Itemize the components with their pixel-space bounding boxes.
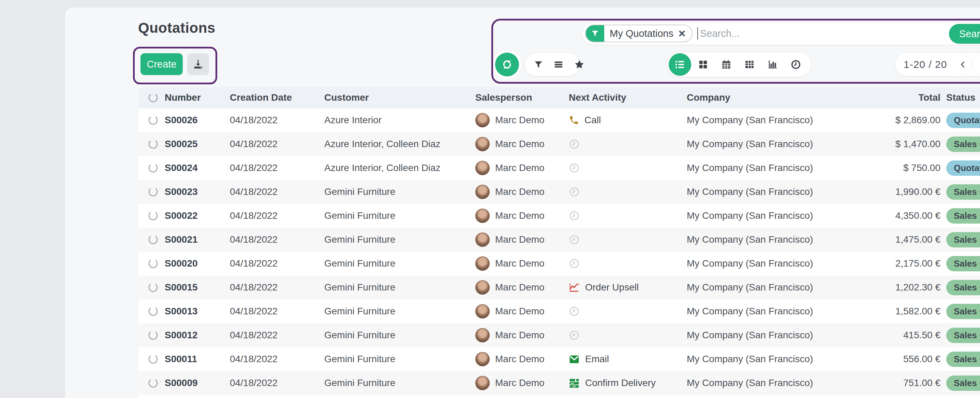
salesperson-avatar — [475, 328, 490, 342]
table-row[interactable]: S00012 04/18/2022 Gemini Furniture Marc … — [138, 323, 980, 347]
table-row[interactable]: S00009 04/18/2022 Gemini Furniture Marc … — [138, 371, 980, 395]
no-activity-clock-icon — [569, 330, 580, 340]
remove-facet-icon[interactable] — [678, 30, 692, 37]
row-next-activity[interactable] — [569, 299, 681, 323]
row-customer: Azure Interior — [324, 108, 471, 132]
status-badge: Quotation — [946, 113, 980, 128]
column-header-number[interactable]: Number — [165, 87, 226, 108]
table-row[interactable]: S00022 04/18/2022 Gemini Furniture Marc … — [138, 204, 980, 228]
status-badge: Sales Order — [946, 280, 980, 295]
table-row[interactable]: S00011 04/18/2022 Gemini Furniture Marc … — [138, 347, 980, 371]
row-checkbox[interactable] — [148, 275, 159, 299]
status-badge: Sales Order — [946, 136, 980, 152]
table-row[interactable]: S00008 04/18/2022 Gemini Furniture Marc … — [138, 395, 980, 398]
table-row[interactable]: S00021 04/18/2022 Gemini Furniture Marc … — [138, 228, 980, 252]
table-row[interactable]: S00025 04/18/2022 Azure Interior, Collee… — [138, 132, 980, 156]
no-activity-clock-icon — [569, 306, 580, 317]
salesperson-avatar — [475, 304, 490, 318]
phone-call-icon — [569, 115, 579, 125]
view-calendar-button[interactable] — [715, 53, 738, 76]
column-header-salesperson[interactable]: Salesperson — [475, 87, 564, 108]
table-row[interactable]: S00024 04/18/2022 Azure Interior, Collee… — [138, 156, 980, 180]
row-checkbox[interactable] — [148, 252, 159, 275]
search-bar[interactable]: My Quotations Search — [582, 22, 980, 45]
view-pivot-button[interactable] — [738, 53, 761, 76]
row-checkbox[interactable] — [148, 395, 159, 398]
salesperson-name: Marc Demo — [495, 234, 544, 245]
row-total: 430.00 € — [834, 395, 940, 398]
view-kanban-button[interactable] — [692, 53, 714, 76]
row-status: Sales Order — [946, 252, 980, 275]
row-next-activity[interactable] — [569, 228, 681, 252]
column-header-status[interactable]: Status — [946, 87, 980, 108]
row-total: 1,990.00 € — [834, 180, 940, 204]
favorites-star-icon[interactable] — [574, 59, 585, 70]
row-next-activity[interactable] — [569, 204, 681, 228]
salesperson-avatar — [475, 161, 490, 175]
salesperson-name: Marc Demo — [495, 186, 544, 197]
column-header-next-activity[interactable]: Next Activity — [569, 87, 681, 108]
row-next-activity[interactable]: Call — [569, 108, 681, 132]
table-header-row: Number Creation Date Customer Salesperso… — [138, 87, 980, 108]
refresh-button[interactable] — [495, 53, 519, 77]
row-next-activity[interactable]: Email — [569, 347, 681, 371]
search-button[interactable]: Search — [949, 24, 980, 44]
no-activity-clock-icon — [569, 210, 580, 221]
row-salesperson: Marc Demo — [475, 371, 564, 395]
row-next-activity[interactable] — [569, 132, 681, 156]
row-checkbox[interactable] — [148, 371, 159, 395]
row-customer: Gemini Furniture — [324, 347, 471, 371]
row-next-activity[interactable] — [569, 323, 681, 347]
column-header-company[interactable]: Company — [687, 87, 830, 108]
table-row[interactable]: S00013 04/18/2022 Gemini Furniture Marc … — [138, 299, 980, 323]
filters-icon[interactable] — [534, 60, 543, 69]
pager-next-button[interactable] — [973, 54, 980, 74]
search-facet-my-quotations[interactable]: My Quotations — [585, 25, 692, 42]
select-all-checkbox[interactable] — [148, 87, 159, 108]
salesperson-name: Marc Demo — [495, 353, 544, 364]
search-input[interactable] — [700, 28, 980, 39]
row-creation-date: 04/18/2022 — [230, 204, 312, 228]
column-header-customer[interactable]: Customer — [324, 87, 471, 108]
row-next-activity[interactable] — [569, 395, 681, 398]
status-badge: Sales Order — [946, 208, 980, 224]
row-checkbox[interactable] — [148, 347, 159, 371]
row-checkbox[interactable] — [148, 156, 159, 180]
view-activity-button[interactable] — [784, 53, 807, 76]
row-next-activity[interactable] — [569, 180, 681, 204]
table-row[interactable]: S00015 04/18/2022 Gemini Furniture Marc … — [138, 275, 980, 299]
group-by-icon[interactable] — [554, 59, 564, 70]
row-company: My Company (San Francisco) — [687, 275, 830, 299]
row-creation-date: 04/18/2022 — [230, 108, 312, 132]
row-salesperson: Marc Demo — [475, 323, 564, 347]
create-button[interactable]: Create — [140, 53, 183, 75]
row-checkbox[interactable] — [148, 108, 159, 132]
pager-previous-button[interactable] — [953, 54, 973, 74]
row-next-activity[interactable] — [569, 156, 681, 180]
row-checkbox[interactable] — [148, 323, 159, 347]
row-total: 1,202.30 € — [834, 275, 940, 299]
table-body: S00026 04/18/2022 Azure Interior Marc De… — [138, 108, 980, 398]
row-checkbox[interactable] — [148, 132, 159, 156]
table-row[interactable]: S00026 04/18/2022 Azure Interior Marc De… — [138, 108, 980, 132]
view-list-button[interactable] — [669, 53, 691, 76]
row-checkbox[interactable] — [148, 204, 159, 228]
view-graph-button[interactable] — [761, 53, 784, 76]
row-next-activity[interactable] — [569, 252, 681, 275]
column-header-total[interactable]: Total — [834, 87, 940, 108]
table-row[interactable]: S00020 04/18/2022 Gemini Furniture Marc … — [138, 252, 980, 275]
row-next-activity[interactable]: Confirm Delivery — [569, 371, 681, 395]
export-button[interactable] — [187, 53, 209, 75]
no-activity-clock-icon — [569, 163, 580, 173]
row-checkbox[interactable] — [148, 180, 159, 204]
column-header-creation-date[interactable]: Creation Date — [230, 87, 312, 108]
table-row[interactable]: S00023 04/18/2022 Gemini Furniture Marc … — [138, 180, 980, 204]
search-button-label: Search — [959, 28, 980, 40]
row-checkbox[interactable] — [148, 299, 159, 323]
row-next-activity[interactable]: Order Upsell — [569, 275, 681, 299]
row-total: 2,175.00 € — [834, 252, 940, 275]
row-number: S00024 — [165, 156, 226, 180]
row-checkbox[interactable] — [148, 228, 159, 252]
salesperson-avatar — [475, 280, 490, 294]
row-number: S00022 — [165, 204, 226, 228]
